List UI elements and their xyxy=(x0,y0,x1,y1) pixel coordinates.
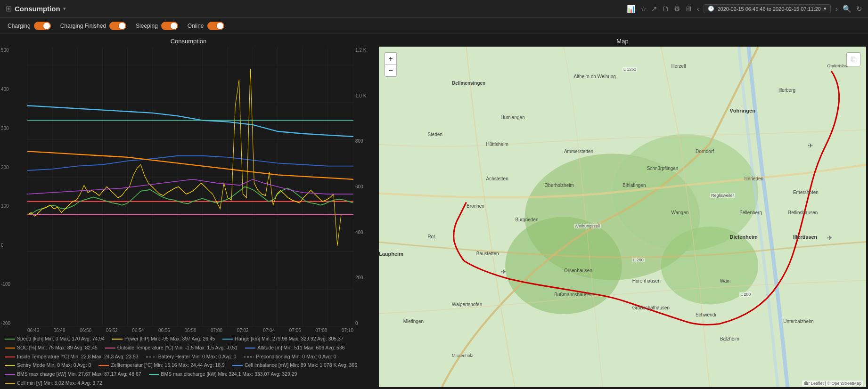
y-left-tick: 400 xyxy=(1,87,25,92)
legend-bms-charge-text: BMS max charge [kW] Min: 27,67 Max: 87,1… xyxy=(17,370,141,379)
monitor-icon[interactable]: 🖥 xyxy=(685,5,692,13)
legend-item-battery-heater: Battery Heater Min: 0 Max: 0 Avg: 0 xyxy=(146,353,237,361)
legend-altitude-text: Altitude [m] Min: 511 Max: 606 Avg: 536 xyxy=(257,344,344,352)
y-left-tick: -100 xyxy=(1,282,25,287)
legend-item-preconditioning: Preconditioning Min: 0 Max: 0 Avg: 0 xyxy=(244,353,336,361)
zoom-out-button[interactable]: − xyxy=(385,65,397,77)
x-tick: 06:58 xyxy=(184,328,196,333)
chart-title: Consumption xyxy=(0,34,377,47)
x-tick: 07:10 xyxy=(342,328,353,333)
x-tick: 07:06 xyxy=(289,328,301,333)
charging-label: Charging xyxy=(8,23,31,29)
legend-soc-text: SOC [%] Min: 75 Max: 89 Avg: 82,45 xyxy=(17,344,98,352)
map-attribution: Illrr Leaflet | © OpenStreetMap xyxy=(802,381,863,386)
legend-item-zelltemp: Zelltemperatur [°C] Min: 15,16 Max: 24,4… xyxy=(98,361,225,370)
legend-battery-heater-text: Battery Heater Min: 0 Max: 0 Avg: 0 xyxy=(158,353,237,361)
map-panel: Map + − ⧉ xyxy=(377,34,868,389)
chart-legend: Speed [kph] Min: 0 Max: 170 Avg: 74,94 P… xyxy=(0,333,377,389)
chart-svg xyxy=(27,47,353,327)
legend-item-cell-min: Cell min [V] Min: 3,02 Max: 4 Avg: 3,72 xyxy=(5,379,102,388)
charging-finished-toggle[interactable] xyxy=(109,22,126,30)
x-tick: 06:50 xyxy=(80,328,91,333)
x-tick: 06:48 xyxy=(54,328,66,333)
x-tick: 06:52 xyxy=(106,328,118,333)
online-label: Online xyxy=(188,23,204,29)
legend-item-bms-discharge: BMS max discharge [kW] Min: 324,1 Max: 3… xyxy=(149,370,297,379)
legend-outside-temp-text: Outside Temperature [°C] Min: -1,5 Max: … xyxy=(117,344,237,352)
legend-preconditioning-text: Preconditioning Min: 0 Max: 0 Avg: 0 xyxy=(256,353,336,361)
x-tick: 06:46 xyxy=(27,328,39,333)
toggle-bar: Charging Charging Finished Sleeping Onli… xyxy=(0,18,868,34)
title-dropdown-icon[interactable]: ▾ xyxy=(63,6,66,12)
y-right-tick: 1.0 K xyxy=(355,93,366,98)
x-tick: 07:04 xyxy=(263,328,275,333)
date-range-bar[interactable]: 🕐 2020-02-15 06:45:46 to 2020-02-15 07:1… xyxy=(704,4,831,13)
app-title: Consumption xyxy=(15,5,60,13)
y-right-tick: 400 xyxy=(355,230,363,235)
x-tick: 07:02 xyxy=(237,328,249,333)
navbar: ⊞ Consumption ▾ 📊 ☆ ↗ 🗋 ⚙ 🖥 ‹ 🕐 2020-02-… xyxy=(0,0,868,18)
x-tick: 07:00 xyxy=(211,328,222,333)
legend-sentry-text: Sentry Mode Min: 0 Max: 0 Avg: 0 xyxy=(17,361,91,370)
main-content: Consumption -200 -100 0 100 200 300 400 … xyxy=(0,34,868,389)
clock-icon: 🕐 xyxy=(708,6,714,12)
legend-item-range: Range [km] Min: 279,98 Max: 329,92 Avg: … xyxy=(222,335,343,343)
search-icon[interactable]: 🔍 xyxy=(843,5,852,13)
x-tick: 06:54 xyxy=(132,328,144,333)
legend-item-speed: Speed [kph] Min: 0 Max: 170 Avg: 74,94 xyxy=(5,335,105,343)
next-arrow-icon[interactable]: › xyxy=(835,5,838,13)
legend-item-outside-temp: Outside Temperature [°C] Min: -1,5 Max: … xyxy=(105,344,237,352)
legend-cell-min-text: Cell min [V] Min: 3,02 Max: 4 Avg: 3,72 xyxy=(17,379,102,388)
map-container[interactable]: + − ⧉ xyxy=(379,47,866,387)
legend-cell-imbalance-text: Cell imbalance [mV] Min: 89 Max: 1.078 K… xyxy=(245,361,357,370)
legend-item-sentry: Sentry Mode Min: 0 Max: 0 Avg: 0 xyxy=(5,361,91,370)
refresh-icon[interactable]: ↻ xyxy=(856,5,862,13)
charging-toggle-item: Charging xyxy=(8,22,51,30)
layers-icon: ⧉ xyxy=(851,55,857,65)
y-left-tick: 0 xyxy=(1,243,25,248)
sleeping-label: Sleeping xyxy=(136,23,158,29)
file-icon[interactable]: 🗋 xyxy=(662,5,669,13)
online-toggle-item: Online xyxy=(188,22,224,30)
date-range-text: 2020-02-15 06:45:46 to 2020-02-15 07:11:… xyxy=(717,6,821,12)
app-grid-icon: ⊞ xyxy=(6,4,12,13)
y-right-tick: 1.2 K xyxy=(355,48,366,53)
date-dropdown-icon[interactable]: ▾ xyxy=(824,6,827,12)
y-left-tick: 300 xyxy=(1,126,25,131)
charging-finished-toggle-item: Charging Finished xyxy=(60,22,126,30)
legend-range-text: Range [km] Min: 279,98 Max: 329,92 Avg: … xyxy=(235,335,343,343)
legend-item-altitude: Altitude [m] Min: 511 Max: 606 Avg: 536 xyxy=(245,344,344,352)
gear-icon[interactable]: ⚙ xyxy=(674,5,680,13)
legend-item-cell-imbalance: Cell imbalance [mV] Min: 89 Max: 1.078 K… xyxy=(232,361,357,370)
legend-item-bms-charge: BMS max charge [kW] Min: 27,67 Max: 87,1… xyxy=(5,370,141,379)
legend-item-soc: SOC [%] Min: 75 Max: 89 Avg: 82,45 xyxy=(5,344,98,352)
y-left-tick: 100 xyxy=(1,203,25,209)
prev-arrow-icon[interactable]: ‹ xyxy=(696,5,699,13)
star-icon[interactable]: ☆ xyxy=(640,5,647,13)
share-icon[interactable]: ↗ xyxy=(651,5,657,13)
svg-point-26 xyxy=(661,227,759,304)
sleeping-toggle[interactable] xyxy=(161,22,178,30)
y-right-tick: 0 xyxy=(355,321,358,326)
map-svg xyxy=(379,47,866,387)
online-toggle[interactable] xyxy=(207,22,224,30)
legend-item-inside-temp: Inside Temperature [°C] Min: 22,8 Max: 2… xyxy=(5,353,139,361)
legend-bms-discharge-text: BMS max discharge [kW] Min: 324,1 Max: 3… xyxy=(161,370,297,379)
y-right-tick: 800 xyxy=(355,138,363,144)
charging-finished-label: Charging Finished xyxy=(60,23,106,29)
x-tick: 07:08 xyxy=(315,328,327,333)
legend-speed-text: Speed [kph] Min: 0 Max: 170 Avg: 74,94 xyxy=(17,335,105,343)
charging-toggle[interactable] xyxy=(34,22,51,30)
bar-chart-icon[interactable]: 📊 xyxy=(627,5,636,13)
y-left-tick: 500 xyxy=(1,48,25,53)
map-layers-button[interactable]: ⧉ xyxy=(846,52,860,66)
legend-power-text: Power [HP] Min: -95 Max: 397 Avg: 26,45 xyxy=(124,335,215,343)
legend-item-power: Power [HP] Min: -95 Max: 397 Avg: 26,45 xyxy=(112,335,215,343)
legend-inside-temp-text: Inside Temperature [°C] Min: 22,8 Max: 2… xyxy=(17,353,139,361)
y-left-tick: -200 xyxy=(1,321,25,326)
x-tick: 06:56 xyxy=(158,328,170,333)
y-left-tick: 200 xyxy=(1,165,25,170)
zoom-in-button[interactable]: + xyxy=(385,52,397,65)
y-right-tick: 600 xyxy=(355,184,363,189)
map-zoom-controls: + − xyxy=(385,52,397,77)
